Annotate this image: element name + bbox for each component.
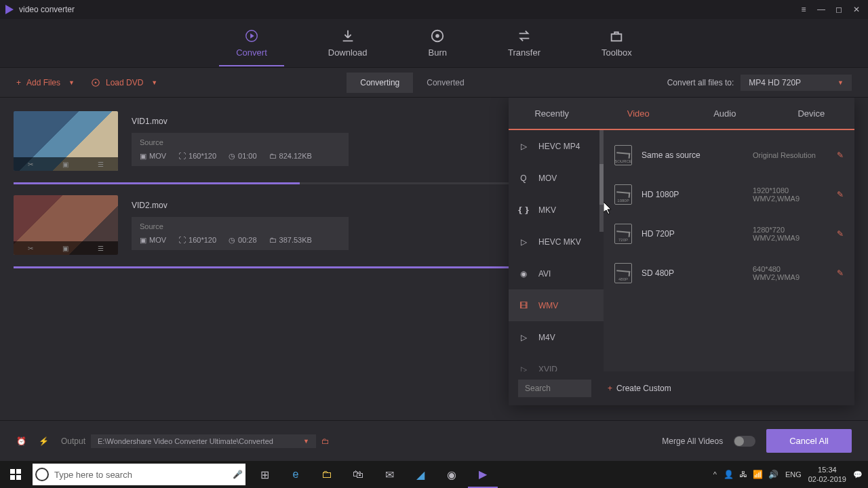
tab-download[interactable]: Download — [321, 20, 374, 66]
gpu-icon[interactable]: ⚡ — [39, 436, 49, 446]
popup-tab-recently[interactable]: Recently — [509, 98, 595, 129]
language-indicator[interactable]: ENG — [785, 470, 802, 479]
tab-convert[interactable]: Convert — [229, 20, 274, 66]
video-icon: ▷ — [517, 332, 530, 343]
explorer-icon[interactable]: 🗀 — [312, 461, 342, 488]
file-icon: 480P — [614, 263, 632, 283]
tab-download-label: Download — [328, 47, 368, 58]
mic-icon[interactable]: 🎤 — [233, 470, 243, 479]
format-m4v[interactable]: ▷M4V — [509, 321, 604, 353]
cancel-all-button[interactable]: Cancel All — [766, 429, 852, 453]
merge-toggle[interactable] — [734, 436, 755, 447]
edit-icon[interactable]: ✎ — [837, 190, 844, 199]
merge-label: Merge All Videos — [662, 436, 723, 446]
folder-icon[interactable]: 🗀 — [321, 436, 330, 446]
file-thumbnail[interactable]: ✂▣☰ — [14, 195, 118, 255]
menu-icon[interactable]: ≡ — [797, 3, 810, 16]
file-thumbnail[interactable]: ✂▣☰ — [14, 111, 118, 171]
toolbox-icon — [609, 28, 624, 43]
subtab-converted[interactable]: Converted — [413, 73, 477, 93]
size-info: 🗀 387.53KB — [269, 236, 312, 244]
edit-icon[interactable]: ✎ — [837, 268, 844, 278]
wondershare-icon[interactable]: ▶ — [468, 461, 498, 488]
tray-up-icon[interactable]: ^ — [713, 470, 717, 479]
quality-hd-720p[interactable]: 720P HD 720P 1280*720WMV2,WMA9 ✎ — [604, 214, 854, 253]
edit-icon[interactable]: ✎ — [837, 229, 844, 239]
quality-same-as-source[interactable]: SOURCE Same as source Original Resolutio… — [604, 136, 854, 175]
quality-sd-480p[interactable]: 480P SD 480P 640*480WMV2,WMA9 ✎ — [604, 253, 854, 293]
popup-tab-video[interactable]: Video — [595, 98, 682, 129]
format-mov[interactable]: QMOV — [509, 162, 604, 194]
film-icon: 🎞 — [517, 300, 530, 311]
output-label: Output — [61, 436, 85, 446]
format-xvid[interactable]: ▷XVID — [509, 353, 604, 371]
subtab-converting[interactable]: Converting — [347, 73, 413, 93]
popup-tab-device[interactable]: Device — [768, 98, 855, 129]
format-search-input[interactable]: Search — [518, 380, 591, 397]
maximize-button[interactable]: ◻ — [833, 3, 845, 16]
clock[interactable]: 15:34 02-02-2019 — [808, 465, 846, 485]
file-icon: SOURCE — [614, 145, 632, 165]
source-box: Source ▣ MOV ⛶ 160*120 ◷ 00:28 🗀 387.53K… — [132, 217, 349, 250]
svg-point-2 — [436, 34, 440, 38]
create-custom-button[interactable]: + Create Custom — [608, 384, 671, 393]
edit-icon[interactable]: ✎ — [837, 150, 844, 160]
app-logo-icon — [5, 5, 14, 14]
edge-icon[interactable]: e — [281, 461, 311, 488]
plus-icon: + — [608, 384, 612, 393]
source-label: Source — [140, 138, 340, 146]
format-avi[interactable]: ◉AVI — [509, 258, 604, 289]
crop-icon[interactable]: ▣ — [62, 161, 68, 168]
cortana-icon — [35, 468, 49, 481]
minimize-button[interactable]: — — [815, 3, 827, 16]
output-path-dropdown[interactable]: E:\Wondershare Video Converter Ultimate\… — [91, 434, 316, 448]
svg-rect-8 — [10, 475, 15, 480]
format-mkv[interactable]: ❴❵MKV — [509, 194, 604, 226]
transfer-icon — [517, 28, 532, 43]
tab-toolbox[interactable]: Toolbox — [595, 20, 639, 66]
people-icon[interactable]: 👤 — [724, 470, 734, 479]
format-hevc-mkv[interactable]: ▷HEVC MKV — [509, 226, 604, 258]
video-icon: ▷ — [517, 237, 530, 247]
format-hevc-mp4[interactable]: ▷HEVC MP4 — [509, 130, 604, 162]
app-icon[interactable]: ◢ — [406, 461, 435, 488]
sound-icon[interactable]: 🔊 — [768, 470, 778, 479]
add-files-button[interactable]: + Add Files ▼ — [16, 78, 75, 87]
taskbar-search-input[interactable]: Type here to search 🎤 — [33, 464, 245, 485]
add-files-label: Add Files — [26, 78, 60, 87]
task-view-icon[interactable]: ⊞ — [250, 461, 279, 488]
chrome-icon[interactable]: ◉ — [437, 461, 467, 488]
svg-rect-3 — [612, 34, 622, 41]
format-wmv[interactable]: 🎞WMV — [509, 289, 604, 321]
load-dvd-button[interactable]: Load DVD ▼ — [91, 78, 157, 87]
crop-icon[interactable]: ▣ — [62, 245, 68, 252]
edit-icon[interactable]: ☰ — [98, 161, 104, 168]
video-icon: ▷ — [517, 364, 530, 372]
scrollbar-thumb[interactable] — [599, 164, 604, 205]
mail-icon[interactable]: ✉ — [374, 461, 404, 488]
mkv-icon: ❴❵ — [517, 205, 530, 216]
close-button[interactable]: ✕ — [850, 3, 863, 16]
disc-icon — [91, 78, 100, 87]
output-format-select[interactable]: MP4 HD 720P ▼ — [741, 75, 852, 91]
notifications-icon[interactable]: 💬 — [853, 470, 863, 479]
edit-icon[interactable]: ☰ — [98, 245, 104, 252]
wifi-icon[interactable]: 📶 — [753, 470, 763, 479]
tab-transfer[interactable]: Transfer — [501, 20, 547, 66]
bottom-bar: ⏰ ⚡ Output E:\Wondershare Video Converte… — [0, 420, 868, 461]
tab-burn[interactable]: Burn — [422, 20, 454, 66]
quicktime-icon: Q — [517, 173, 530, 184]
store-icon[interactable]: 🛍 — [343, 461, 373, 488]
clock-icon[interactable]: ⏰ — [16, 436, 26, 446]
duration-info: ◷ 00:28 — [229, 236, 257, 245]
format-list[interactable]: ▷HEVC MP4 QMOV ❴❵MKV ▷HEVC MKV ◉AVI 🎞WMV… — [509, 130, 604, 371]
trim-icon[interactable]: ✂ — [28, 161, 33, 168]
trim-icon[interactable]: ✂ — [28, 245, 33, 252]
start-button[interactable] — [0, 461, 31, 488]
format-badge: ▣ MOV — [140, 236, 166, 245]
svg-point-5 — [95, 81, 97, 83]
output-format-value: MP4 HD 720P — [749, 78, 801, 87]
popup-tab-audio[interactable]: Audio — [682, 98, 768, 129]
network-icon[interactable]: 🖧 — [739, 470, 747, 479]
quality-hd-1080p[interactable]: 1080P HD 1080P 1920*1080WMV2,WMA9 ✎ — [604, 175, 854, 214]
